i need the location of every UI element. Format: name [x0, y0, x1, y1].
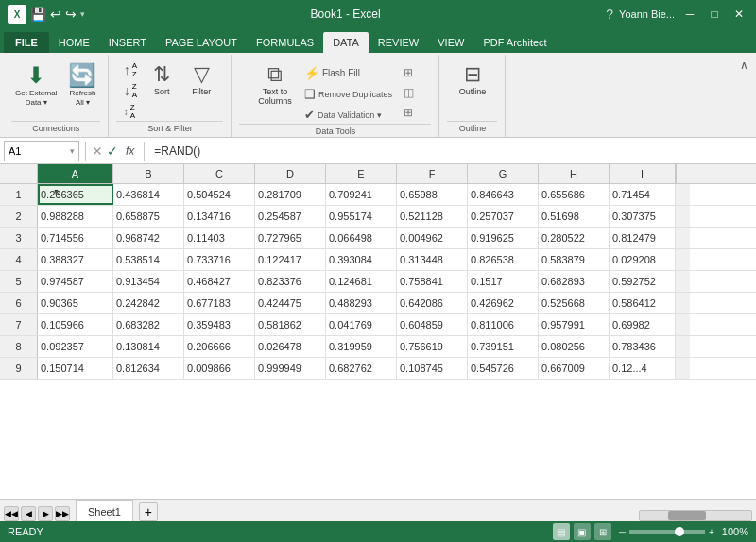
- save-button[interactable]: 💾: [30, 7, 46, 22]
- cell-f4[interactable]: 0.313448: [397, 249, 468, 270]
- filter-button[interactable]: ▽ Filter: [184, 60, 218, 98]
- name-box[interactable]: A1 ▾: [4, 141, 79, 161]
- cell-g6[interactable]: 0.426962: [468, 293, 539, 313]
- cell-d3[interactable]: 0.727965: [255, 228, 326, 248]
- cell-c5[interactable]: 0.468427: [184, 271, 255, 292]
- cell-i2[interactable]: 0.307375: [610, 206, 676, 227]
- cell-d5[interactable]: 0.823376: [255, 271, 326, 292]
- col-header-d[interactable]: D: [255, 164, 326, 183]
- cell-f8[interactable]: 0.756619: [397, 336, 468, 357]
- cell-d2[interactable]: 0.254587: [255, 206, 326, 227]
- name-box-dropdown-icon[interactable]: ▾: [70, 146, 75, 156]
- cell-e5[interactable]: 0.124681: [326, 271, 397, 292]
- cell-c3[interactable]: 0.11403: [184, 228, 255, 248]
- cell-a1[interactable]: 0.266365↖: [38, 184, 113, 205]
- cell-c9[interactable]: 0.009866: [184, 358, 255, 379]
- cell-i8[interactable]: 0.783436: [610, 336, 676, 357]
- cell-e9[interactable]: 0.682762: [326, 358, 397, 379]
- cell-a2[interactable]: 0.988288: [38, 206, 113, 227]
- undo-button[interactable]: ↩: [50, 7, 61, 22]
- outline-button[interactable]: ⊟ Outline: [455, 60, 490, 98]
- row-number-4[interactable]: 4: [0, 249, 38, 270]
- cell-a6[interactable]: 0.90365: [38, 293, 113, 313]
- row-number-3[interactable]: 3: [0, 228, 38, 248]
- cell-h3[interactable]: 0.280522: [539, 228, 610, 248]
- cell-c4[interactable]: 0.733716: [184, 249, 255, 270]
- cell-f2[interactable]: 0.521128: [397, 206, 468, 227]
- cell-e3[interactable]: 0.066498: [326, 228, 397, 248]
- cell-g2[interactable]: 0.257037: [468, 206, 539, 227]
- row-number-7[interactable]: 7: [0, 314, 38, 335]
- cell-e7[interactable]: 0.041769: [326, 314, 397, 335]
- zoom-thumb[interactable]: [675, 527, 684, 536]
- row-number-8[interactable]: 8: [0, 336, 38, 357]
- sheet-nav-prev[interactable]: ◀: [21, 506, 36, 521]
- sort-button[interactable]: ⇅ Sort: [145, 60, 179, 98]
- restore-button[interactable]: □: [705, 5, 724, 24]
- cell-g4[interactable]: 0.826538: [468, 249, 539, 270]
- cell-a8[interactable]: 0.092357: [38, 336, 113, 357]
- text-to-columns-button[interactable]: ⧉ Text toColumns: [253, 60, 297, 108]
- cell-i1[interactable]: 0.71454: [610, 184, 676, 205]
- row-number-1[interactable]: 1: [0, 184, 38, 205]
- add-sheet-button[interactable]: +: [139, 502, 158, 521]
- cell-b8[interactable]: 0.130814: [113, 336, 184, 357]
- cell-e2[interactable]: 0.955174: [326, 206, 397, 227]
- cell-d1[interactable]: 0.281709: [255, 184, 326, 205]
- cell-d4[interactable]: 0.122417: [255, 249, 326, 270]
- close-button[interactable]: ✕: [730, 5, 748, 24]
- tab-file[interactable]: FILE: [4, 32, 49, 53]
- minimize-button[interactable]: ─: [680, 5, 699, 24]
- cell-b5[interactable]: 0.913454: [113, 271, 184, 292]
- cell-f5[interactable]: 0.758841: [397, 271, 468, 292]
- cell-d9[interactable]: 0.999949: [255, 358, 326, 379]
- tab-view[interactable]: VIEW: [428, 32, 473, 53]
- row-number-2[interactable]: 2: [0, 206, 38, 227]
- what-if-button[interactable]: ◫: [400, 84, 418, 101]
- cell-g1[interactable]: 0.846643: [468, 184, 539, 205]
- sheet-nav-last[interactable]: ▶▶: [55, 506, 70, 521]
- cell-e8[interactable]: 0.319959: [326, 336, 397, 357]
- col-header-c[interactable]: C: [184, 164, 255, 183]
- remove-duplicates-button[interactable]: ❑ Remove Duplicates: [301, 85, 396, 103]
- cell-h4[interactable]: 0.583879: [539, 249, 610, 270]
- tab-insert[interactable]: INSERT: [99, 32, 156, 53]
- cell-f9[interactable]: 0.108745: [397, 358, 468, 379]
- cell-h7[interactable]: 0.957991: [539, 314, 610, 335]
- cell-e4[interactable]: 0.393084: [326, 249, 397, 270]
- cell-f3[interactable]: 0.004962: [397, 228, 468, 248]
- col-header-a[interactable]: A: [38, 164, 113, 183]
- zoom-in-button[interactable]: +: [709, 527, 714, 537]
- tab-review[interactable]: REVIEW: [369, 32, 428, 53]
- cell-c2[interactable]: 0.134716: [184, 206, 255, 227]
- cell-f1[interactable]: 0.65988: [397, 184, 468, 205]
- zoom-out-button[interactable]: ─: [619, 527, 626, 537]
- consolidate-button[interactable]: ⊞: [400, 64, 417, 81]
- cell-b4[interactable]: 0.538514: [113, 249, 184, 270]
- cell-c8[interactable]: 0.206666: [184, 336, 255, 357]
- tab-formulas[interactable]: FORMULAS: [247, 32, 323, 53]
- formula-input[interactable]: [150, 144, 752, 158]
- sort-za-button[interactable]: ↓ ZA: [122, 81, 139, 100]
- accept-formula-icon[interactable]: ✓: [107, 144, 118, 159]
- cell-h2[interactable]: 0.51698: [539, 206, 610, 227]
- tab-data[interactable]: DATA: [323, 32, 369, 53]
- cell-b3[interactable]: 0.968742: [113, 228, 184, 248]
- cell-i7[interactable]: 0.69982: [610, 314, 676, 335]
- row-number-9[interactable]: 9: [0, 358, 38, 379]
- collapse-ribbon-button[interactable]: ∧: [736, 55, 752, 137]
- scroll-track[interactable]: [639, 510, 752, 521]
- cell-c1[interactable]: 0.504524: [184, 184, 255, 205]
- sort-az-button[interactable]: ↑ AZ: [122, 60, 139, 79]
- cell-h6[interactable]: 0.525668: [539, 293, 610, 313]
- cell-i4[interactable]: 0.029208: [610, 249, 676, 270]
- cell-g9[interactable]: 0.545726: [468, 358, 539, 379]
- help-icon[interactable]: ?: [606, 7, 613, 22]
- cell-h9[interactable]: 0.667009: [539, 358, 610, 379]
- cell-h8[interactable]: 0.080256: [539, 336, 610, 357]
- cell-b6[interactable]: 0.242842: [113, 293, 184, 313]
- cell-g5[interactable]: 0.1517: [468, 271, 539, 292]
- cell-g7[interactable]: 0.811006: [468, 314, 539, 335]
- col-header-i[interactable]: I: [610, 164, 676, 183]
- cell-f7[interactable]: 0.604859: [397, 314, 468, 335]
